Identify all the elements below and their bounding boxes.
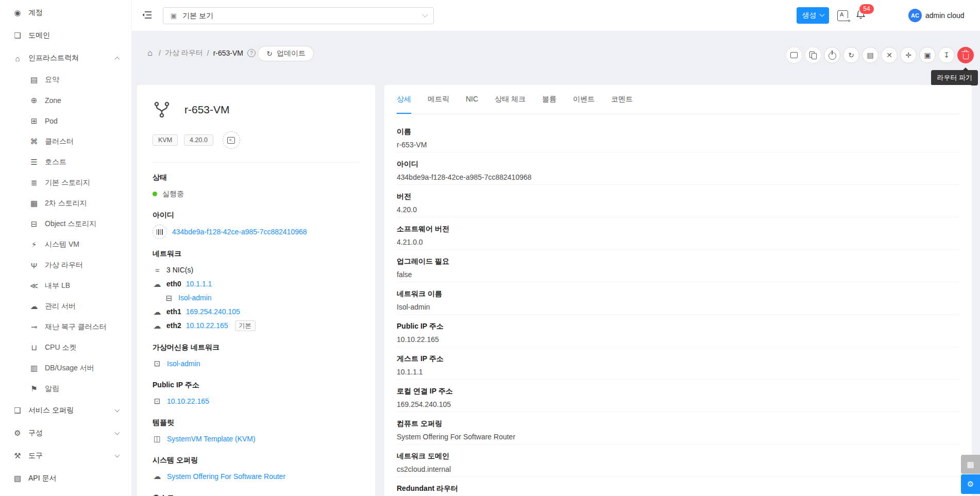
sidebar-item[interactable]: ⚙ 구성 (0, 422, 131, 444)
event-log-drawer-button[interactable]: ▦ (961, 455, 980, 474)
action-button[interactable]: ▤ (862, 47, 878, 63)
nic-ip-link[interactable]: 10.10.22.165 (186, 319, 228, 333)
sidebar-item[interactable]: ❏ 도메인 (0, 24, 131, 47)
sidebar-item-label: CPU 소켓 (45, 343, 76, 352)
detail-rows: 이름 r-653-VM 아이디 434bde9a-f128-42ce-a985-… (397, 120, 959, 496)
sidebar-item-label: 서비스 오퍼링 (28, 406, 74, 415)
action-button[interactable]: ✛ (900, 47, 917, 63)
vm-network-link[interactable]: Isol-admin (167, 357, 200, 370)
tag-badge: KVM (153, 134, 178, 146)
translate-icon[interactable] (837, 10, 848, 21)
help-icon[interactable]: ? (247, 49, 256, 57)
sidebar-item-label: 2차 스토리지 (45, 199, 87, 208)
nic-ip-link[interactable]: 10.1.1.1 (186, 277, 212, 291)
nic-network-link[interactable]: Isol-admin (178, 291, 212, 305)
detail-value: false (397, 269, 959, 281)
action-button[interactable]: ▣ (919, 47, 936, 63)
sidebar-item-icon: ⊸ (29, 322, 39, 332)
sidebar-item[interactable]: ▦ 2차 스토리지 (0, 193, 131, 214)
breadcrumb-separator: / (159, 49, 161, 57)
console-button[interactable]: >_ (223, 131, 240, 149)
sidebar-item-label: 호스트 (45, 158, 66, 167)
tab[interactable]: 이벤트 (573, 85, 595, 114)
tab[interactable]: 메트릭 (428, 85, 449, 114)
nic-name: eth2 (166, 319, 181, 333)
sidebar-item[interactable]: ▤ 요약 (0, 70, 131, 90)
action-button[interactable] (805, 47, 821, 63)
tab[interactable]: NIC (466, 85, 478, 114)
public-ip-link[interactable]: 10.10.22.165 (167, 395, 209, 408)
sidebar-item[interactable]: ☁ 관리 서버 (0, 296, 131, 317)
tab[interactable]: 볼륨 (542, 85, 556, 114)
sidebar-item-label: 도메인 (28, 31, 50, 40)
sidebar-item[interactable]: ≣ 기본 스토리지 (0, 173, 131, 193)
sidebar-item-icon: ⚑ (29, 384, 39, 394)
settings-drawer-button[interactable]: ⚙ (961, 474, 980, 494)
detail-label: 업그레이드 필요 (397, 256, 959, 266)
sidebar-item[interactable]: ◉ 계정 (0, 2, 131, 24)
sidebar-item[interactable]: ❑ 서비스 오퍼링 (0, 399, 131, 422)
sidebar-item[interactable]: ⚡ 시스템 VM (0, 234, 131, 255)
detail-row: 로컬 연결 IP 주소 169.254.240.105 (397, 380, 959, 412)
sidebar-item-icon: ☁ (29, 302, 39, 311)
detail-row: 컴퓨트 오퍼링 System Offering For Software Rou… (397, 412, 959, 444)
sidebar-item[interactable]: Ψ 가상 라우터 (0, 255, 131, 276)
sidebar-item[interactable]: ▥ DB/Usage 서버 (0, 358, 131, 379)
view-selector[interactable]: ▣ 기본 보기 (163, 7, 434, 24)
detail-label: 아이디 (397, 159, 959, 169)
divider (153, 162, 360, 163)
sidebar-item-label: DB/Usage 서버 (45, 364, 94, 373)
action-icon: ▣ (923, 51, 932, 59)
system-offering-link[interactable]: System Offering For Software Router (167, 470, 285, 483)
user-name[interactable]: admin cloud (925, 11, 965, 20)
sidebar-item-icon: ⊞ (29, 116, 39, 126)
chevron-down-icon (422, 11, 428, 17)
detail-value: 4.21.0.0 (397, 237, 959, 248)
detail-label: 로컬 연결 IP 주소 (397, 386, 959, 396)
action-button[interactable]: ↧ (938, 47, 955, 63)
sidebar-item[interactable]: ⊞ Pod (0, 111, 131, 131)
top-header: ▣ 기본 보기 생성 54 AC admin cloud (132, 0, 980, 31)
action-button[interactable] (957, 47, 974, 63)
action-icon (790, 52, 798, 58)
action-button[interactable] (824, 47, 840, 63)
update-button[interactable]: ↻ 업데이트 (258, 46, 314, 61)
sidebar-item-icon: ⌂ (13, 54, 22, 63)
sidebar-item[interactable]: ⌘ 클러스터 (0, 131, 131, 152)
nic-ip-link[interactable]: 169.254.240.105 (186, 305, 240, 319)
tag-badge: 4.20.0 (184, 134, 213, 146)
action-button[interactable]: ↻ (843, 47, 859, 63)
sidebar-item[interactable]: ☰ 호스트 (0, 152, 131, 173)
nic-list: ☁ eth0 10.1.1.1 ⊟ Isol-admin ☁ eth1 169.… (153, 277, 360, 333)
tab[interactable]: 상세 (397, 85, 411, 114)
resource-title: r-653-VM (184, 104, 230, 116)
create-button[interactable]: 생성 (797, 7, 829, 24)
home-icon[interactable]: ⌂ (145, 48, 155, 58)
system-offering-label: 시스템 오퍼링 (153, 456, 360, 465)
tab[interactable]: 상태 체크 (495, 85, 526, 114)
chevron-down-icon (115, 430, 120, 435)
action-button[interactable] (786, 47, 802, 63)
sidebar-item[interactable]: ⚒ 도구 (0, 444, 131, 467)
sidebar-item-icon: ◉ (13, 8, 22, 18)
view-selector-value: 기본 보기 (182, 11, 423, 21)
avatar[interactable]: AC (908, 9, 922, 22)
sidebar-item[interactable]: ≪ 내부 LB (0, 276, 131, 296)
breadcrumb-section[interactable]: 가상 라우터 (165, 48, 203, 58)
sidebar-item[interactable]: ⊔ CPU 소켓 (0, 337, 131, 358)
sidebar-item-icon: ❏ (13, 31, 22, 40)
template-link[interactable]: SystemVM Template (KVM) (167, 432, 256, 446)
sidebar-item[interactable]: ⚑ 알림 (0, 379, 131, 399)
sidebar-item[interactable]: ⌂ 인프라스트럭쳐 (0, 47, 131, 70)
tab[interactable]: 코멘트 (611, 85, 633, 114)
detail-label: 네트워크 이름 (397, 288, 959, 299)
sidebar-item-label: 기본 스토리지 (45, 178, 90, 187)
menu-fold-icon[interactable] (142, 11, 152, 19)
sidebar-item[interactable]: ⊸ 재난 복구 클러스터 (0, 317, 131, 337)
sidebar-item[interactable]: ⊟ Object 스토리지 (0, 214, 131, 234)
sidebar-item[interactable]: ▧ API 문서 (0, 467, 131, 490)
sidebar-item-label: 알림 (45, 384, 59, 394)
sidebar-item[interactable]: ⊕ Zone (0, 90, 131, 111)
resource-id-link[interactable]: 434bde9a-f128-42ce-a985-7cc882410968 (172, 225, 307, 238)
action-button[interactable]: ✕ (881, 47, 898, 63)
